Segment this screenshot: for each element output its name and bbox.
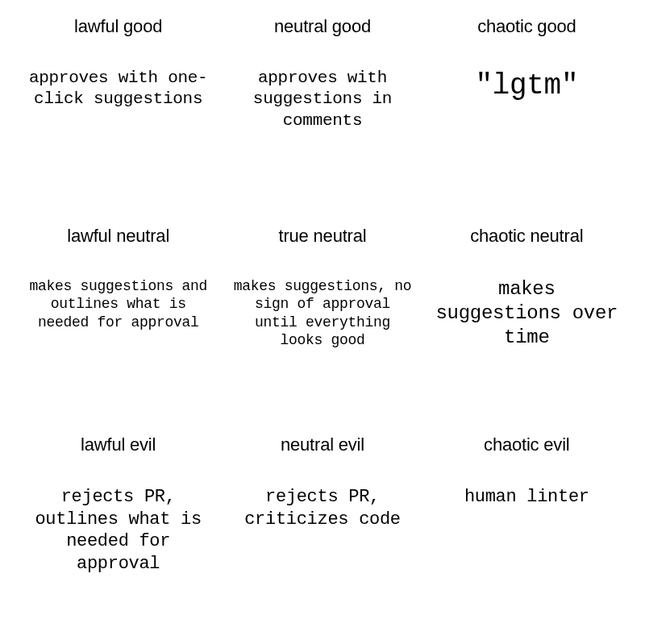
alignment-label: chaotic good <box>477 16 576 37</box>
cell-chaotic-evil: chaotic evil human linter <box>425 426 629 636</box>
alignment-label: chaotic neutral <box>470 226 583 247</box>
cell-lawful-good: lawful good approves with one-click sugg… <box>16 8 220 218</box>
alignment-chart-grid: lawful good approves with one-click sugg… <box>0 0 645 644</box>
alignment-label: true neutral <box>279 226 367 247</box>
alignment-content: makes suggestions over time <box>434 277 619 350</box>
alignment-label: lawful evil <box>81 434 156 455</box>
alignment-content: human linter <box>464 486 589 509</box>
cell-neutral-good: neutral good approves with suggestions i… <box>220 8 424 218</box>
cell-chaotic-good: chaotic good "lgtm" <box>425 8 629 218</box>
alignment-label: chaotic evil <box>484 434 569 455</box>
cell-neutral-evil: neutral evil rejects PR, criticizes code <box>220 426 424 636</box>
alignment-label: lawful neutral <box>67 226 169 247</box>
alignment-content: "lgtm" <box>475 68 578 104</box>
alignment-label: neutral good <box>274 16 371 37</box>
alignment-content: rejects PR, criticizes code <box>230 486 415 530</box>
alignment-content: rejects PR, outlines what is needed for … <box>26 486 211 575</box>
cell-lawful-neutral: lawful neutral makes suggestions and out… <box>16 218 220 427</box>
alignment-content: approves with suggestions in comments <box>230 68 415 131</box>
cell-true-neutral: true neutral makes suggestions, no sign … <box>220 218 424 427</box>
alignment-label: lawful good <box>74 16 162 37</box>
alignment-content: makes suggestions and outlines what is n… <box>26 277 211 332</box>
cell-lawful-evil: lawful evil rejects PR, outlines what is… <box>16 426 220 636</box>
alignment-content: approves with one-click suggestions <box>26 68 211 110</box>
alignment-label: neutral evil <box>281 434 364 455</box>
cell-chaotic-neutral: chaotic neutral makes suggestions over t… <box>425 218 629 427</box>
alignment-content: makes suggestions, no sign of approval u… <box>230 277 415 350</box>
